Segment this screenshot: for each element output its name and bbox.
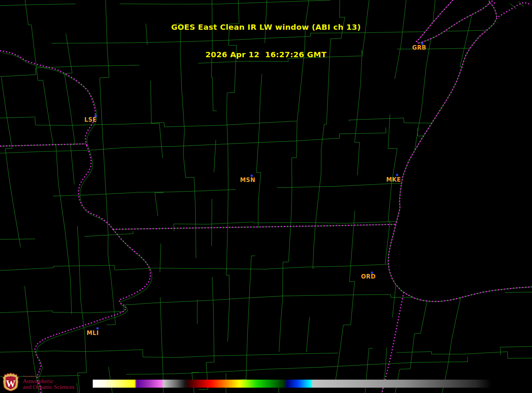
logo-line1: Atmospheric — [23, 378, 74, 384]
station-dot-MLI — [97, 327, 98, 329]
mississippi-river-middle-channel — [80, 147, 114, 231]
uw-crest-icon: W — [1, 372, 20, 391]
station-label-LSE: LSE — [84, 116, 97, 123]
mississippi-river-lower — [35, 229, 150, 393]
station-label-GRB: GRB — [412, 44, 426, 51]
satellite-image-viewport: GOES East Clean IR LW window (ABI ch 13)… — [0, 0, 532, 393]
title-line1: GOES East Clean IR LW window (ABI ch 13) — [0, 23, 532, 32]
station-dot-MKE — [396, 174, 398, 176]
aos-logo: W Department of Atmospheric and Oceanic … — [1, 372, 74, 391]
station-label-MLI: MLI — [87, 330, 99, 337]
image-title: GOES East Clean IR LW window (ABI ch 13)… — [0, 4, 532, 77]
ir-temperature-colorbar — [93, 380, 491, 388]
illinois-indiana-border — [382, 292, 404, 393]
crest-letter: W — [6, 379, 16, 389]
station-label-ORD: ORD — [361, 273, 376, 280]
logo-line2: and Oceanic Sciences — [23, 384, 74, 390]
station-label-MSN: MSN — [240, 177, 255, 184]
title-line2: 2026 Apr 12 16:27:26 GMT — [0, 50, 532, 59]
station-label-MKE: MKE — [386, 176, 401, 183]
